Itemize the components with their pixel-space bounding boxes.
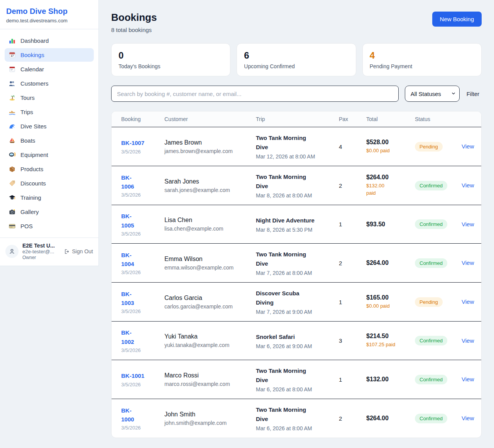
filter-button[interactable]: Filter	[467, 91, 479, 97]
paid-amount: $0.00 paid	[366, 303, 410, 310]
booking-id-link[interactable]: BK- 1003	[121, 290, 160, 308]
trip-name: Two Tank Morning Dive	[256, 366, 334, 385]
sidebar-item-trips[interactable]: Trips	[5, 105, 94, 119]
customer-email: marco.rossi@example.com	[164, 381, 251, 387]
status-filter-wrap: All Statuses	[405, 86, 460, 102]
stat-label: Today's Bookings	[118, 63, 223, 69]
customer-email: carlos.garcia@example.com	[164, 303, 251, 310]
col-header-pax: Pax	[339, 111, 366, 127]
sidebar-item-label: Calendar	[20, 66, 44, 72]
booking-id-link[interactable]: BK- 1004	[121, 251, 160, 269]
total-amount: $264.00	[366, 259, 410, 266]
trip-name: Two Tank Morning Dive	[256, 405, 334, 424]
customer-email: yuki.tanaka@example.com	[164, 342, 251, 348]
stat-value: 4	[370, 50, 474, 61]
sidebar-item-discounts[interactable]: Discounts	[5, 177, 94, 190]
sidebar-item-label: POS	[20, 223, 33, 229]
pax-count: 1	[339, 221, 366, 227]
status-badge: Confirmed	[415, 258, 447, 268]
sidebar-item-tours[interactable]: Tours	[5, 91, 94, 104]
new-booking-button[interactable]: New Booking	[432, 12, 482, 27]
table-row: BK- 10033/5/2026 Carlos Garciacarlos.gar…	[112, 283, 481, 322]
status-badge: Confirmed	[415, 219, 447, 229]
table-row: BK-10073/5/2026 James Brownjames.brown@e…	[112, 127, 481, 166]
sidebar-item-label: Gallery	[20, 209, 39, 215]
status-badge: Confirmed	[415, 414, 447, 423]
sidebar-item-dive-sites[interactable]: Dive Sites	[5, 120, 94, 133]
booking-id-link[interactable]: BK- 1006	[121, 173, 160, 191]
view-link[interactable]: View	[462, 337, 474, 344]
total-amount: $264.00	[366, 415, 410, 422]
pax-count: 1	[339, 376, 366, 383]
sidebar-item-dashboard[interactable]: Dashboard	[5, 34, 94, 47]
wave-icon	[8, 123, 16, 130]
trip-datetime: Mar 6, 2026 at 8:00 AM	[256, 425, 334, 431]
sign-out-label: Sign Out	[72, 248, 93, 254]
booking-date: 3/5/2026	[121, 382, 160, 387]
view-link[interactable]: View	[462, 143, 474, 150]
shop-name[interactable]: Demo Dive Shop	[6, 7, 92, 16]
sidebar-item-calendar[interactable]: Calendar	[5, 62, 94, 76]
booking-id-link[interactable]: BK-1007	[121, 138, 160, 147]
trip-name: Two Tank Morning Dive	[256, 172, 334, 191]
booking-date: 3/5/2026	[121, 425, 160, 431]
booking-date: 3/5/2026	[121, 149, 160, 155]
sidebar-item-label: Dashboard	[20, 37, 49, 44]
stat-card-todays-bookings: 0 Today's Bookings	[111, 43, 230, 76]
sidebar-item-equipment[interactable]: Equipment	[5, 148, 94, 162]
booking-id-link[interactable]: BK- 1000	[121, 406, 160, 424]
sidebar-item-customers[interactable]: Customers	[5, 77, 94, 90]
booking-id-link[interactable]: BK- 1002	[121, 328, 160, 346]
trip-datetime: Mar 8, 2026 at 8:00 AM	[256, 192, 334, 199]
view-link[interactable]: View	[462, 259, 474, 266]
trip-datetime: Mar 12, 2026 at 8:00 AM	[256, 153, 334, 160]
stat-value: 6	[244, 50, 349, 61]
total-amount: $264.00	[366, 174, 410, 181]
speedboat-icon	[8, 108, 16, 116]
view-link[interactable]: View	[462, 221, 474, 227]
filter-bar: All Statuses Filter	[111, 86, 482, 102]
view-link[interactable]: View	[462, 415, 474, 421]
sidebar-item-pos[interactable]: POS	[5, 219, 94, 233]
trip-datetime: Mar 7, 2026 at 9:00 AM	[256, 309, 334, 315]
sidebar-item-label: Customers	[20, 80, 49, 87]
view-link[interactable]: View	[462, 376, 474, 382]
package-icon	[8, 165, 16, 173]
user-name: E2E Test U...	[22, 243, 55, 249]
tag-icon	[8, 180, 16, 187]
stat-card-pending-payment: 4 Pending Payment	[362, 43, 482, 76]
booking-date: 3/5/2026	[121, 192, 160, 198]
booking-id-link[interactable]: BK-1001	[121, 371, 160, 380]
sidebar-item-training[interactable]: Training	[5, 191, 94, 204]
sidebar-item-bookings[interactable]: 17 Bookings	[5, 48, 94, 62]
sidebar-item-label: Trips	[20, 109, 33, 115]
status-badge: Pending	[415, 142, 443, 152]
search-input[interactable]	[111, 86, 399, 102]
col-header-customer: Customer	[164, 111, 256, 127]
status-badge: Confirmed	[415, 375, 447, 384]
sidebar-item-label: Products	[20, 166, 43, 172]
customer-name: Lisa Chen	[164, 217, 251, 224]
view-link[interactable]: View	[462, 298, 474, 305]
sign-out-button[interactable]: Sign Out	[63, 248, 93, 255]
sidebar-item-boats[interactable]: Boats	[5, 134, 94, 147]
customer-name: Carlos Garcia	[164, 295, 251, 301]
booking-date: 3/5/2026	[121, 269, 160, 275]
diving-mask-icon	[8, 151, 16, 158]
sidebar-item-label: Dive Sites	[20, 123, 47, 130]
booking-id-link[interactable]: BK- 1005	[121, 212, 160, 230]
sidebar-item-products[interactable]: Products	[5, 162, 94, 176]
sidebar-item-gallery[interactable]: Gallery	[5, 205, 94, 219]
user-email: e2e-tester@...	[22, 249, 55, 254]
customer-email: lisa.chen@example.com	[164, 226, 251, 232]
status-filter-select[interactable]: All Statuses	[405, 86, 460, 102]
user-section: E2E Test U... e2e-tester@... Owner Sign …	[0, 237, 98, 266]
view-link[interactable]: View	[462, 182, 474, 189]
stat-value: 0	[118, 50, 223, 61]
stat-card-upcoming-confirmed: 6 Upcoming Confirmed	[237, 43, 356, 76]
logout-icon	[63, 248, 70, 255]
total-amount: $165.00	[366, 294, 410, 301]
customer-email: sarah.jones@example.com	[164, 187, 251, 193]
pax-count: 4	[339, 143, 366, 150]
trip-datetime: Mar 6, 2026 at 9:00 AM	[256, 343, 334, 349]
